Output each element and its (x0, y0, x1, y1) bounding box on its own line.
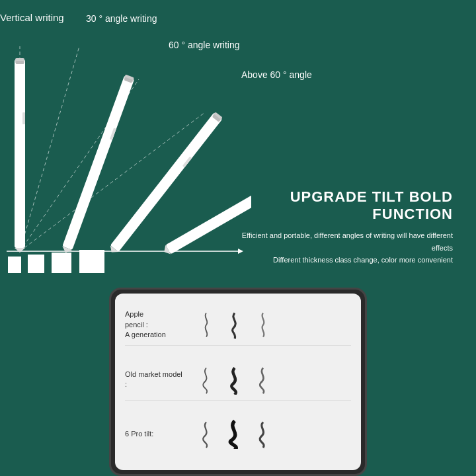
svg-rect-27 (28, 255, 44, 273)
old-market-label: Old market model : (125, 370, 184, 390)
label-30-angle: 30 ° angle writing (86, 13, 157, 24)
bottom-section: Applepencil :A generation Old market mod… (0, 278, 476, 476)
upgrade-desc: Efficient and portable, different angles… (235, 229, 466, 266)
svg-rect-10 (16, 61, 24, 64)
6pro-squiggles (194, 419, 274, 449)
ipad-row-old-market: Old market model : (125, 365, 351, 401)
apple-pencil-squiggles (194, 310, 274, 340)
ipad-screen: Applepencil :A generation Old market mod… (115, 294, 361, 470)
ipad-row-apple-pencil: Applepencil :A generation (125, 309, 351, 346)
pencil-illustrations (0, 26, 251, 264)
svg-rect-26 (8, 257, 21, 273)
svg-rect-6 (15, 60, 25, 248)
6pro-label: 6 Pro tilt: (125, 429, 184, 439)
svg-marker-7 (15, 248, 25, 253)
upgrade-title: UPGRADE TILT BOLD FUNCTION (235, 188, 466, 223)
svg-rect-11 (62, 75, 134, 250)
svg-rect-9 (22, 112, 25, 124)
upgrade-content: UPGRADE TILT BOLD FUNCTION Efficient and… (235, 188, 476, 266)
label-above60-angle: Above 60 ° angle (241, 69, 312, 80)
svg-rect-28 (52, 253, 71, 273)
ipad-mockup: Applepencil :A generation Old market mod… (109, 288, 367, 476)
svg-rect-29 (79, 250, 104, 273)
ipad-row-6pro: 6 Pro tilt: (125, 419, 351, 454)
label-vertical: Vertical writing (0, 12, 64, 23)
svg-line-1 (20, 46, 79, 251)
old-market-squiggles (194, 365, 274, 395)
apple-pencil-label: Applepencil :A generation (125, 309, 184, 340)
